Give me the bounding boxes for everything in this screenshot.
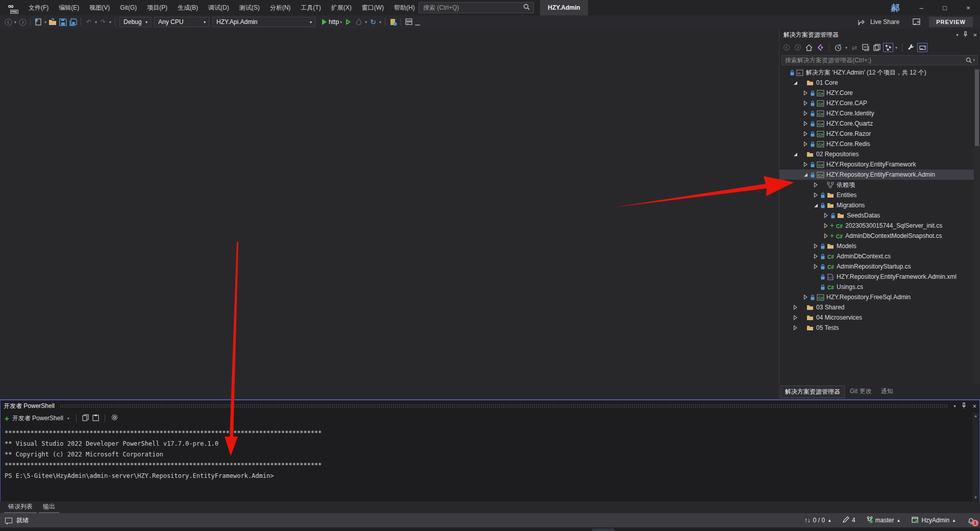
expander-closed-icon[interactable] bbox=[802, 139, 809, 149]
expander-open-icon[interactable] bbox=[792, 149, 799, 159]
platform-combo[interactable]: Any CPU▾ bbox=[154, 17, 209, 27]
expander-closed-icon[interactable] bbox=[812, 251, 819, 261]
feedback-bubble-icon[interactable] bbox=[5, 518, 12, 523]
expander-closed-icon[interactable] bbox=[802, 129, 809, 139]
preview-selected-items-icon[interactable] bbox=[917, 43, 927, 52]
explorer-tab[interactable]: Git 更改 bbox=[846, 385, 876, 397]
copy-icon[interactable] bbox=[82, 414, 89, 423]
terminal-settings-gear-icon[interactable] bbox=[111, 414, 118, 423]
expander-closed-icon[interactable] bbox=[812, 190, 819, 200]
bottom-tab[interactable]: 错误列表 bbox=[4, 501, 37, 513]
expander-closed-icon[interactable] bbox=[812, 241, 819, 251]
git-sync-status[interactable]: ↑↓ 0 / 0 ▲ bbox=[804, 517, 831, 524]
configuration-combo[interactable]: Debug▾ bbox=[119, 17, 151, 27]
solution-explorer-header[interactable]: 解决方案资源管理器 ▾ × bbox=[779, 29, 980, 41]
menu-item[interactable]: 工具(T) bbox=[296, 0, 326, 15]
tree-row[interactable]: 03 Shared bbox=[779, 302, 974, 312]
tree-row[interactable]: C#HZY.Repository.FreeSql.Admin bbox=[779, 292, 974, 302]
solution-search-box[interactable]: 搜索解决方案资源管理器(Ctrl+;) ▾ bbox=[781, 55, 978, 65]
tree-row[interactable]: Models bbox=[779, 241, 974, 251]
close-panel-icon[interactable]: × bbox=[973, 31, 977, 39]
maximize-button[interactable]: □ bbox=[933, 0, 957, 15]
menu-item[interactable]: 分析(N) bbox=[265, 0, 296, 15]
hot-reload-icon[interactable] bbox=[354, 17, 364, 27]
tree-row[interactable]: 02 Repositories bbox=[779, 149, 974, 159]
tree-row[interactable]: C#HZY.Core.Quartz bbox=[779, 118, 974, 129]
save-all-icon[interactable] bbox=[68, 17, 78, 27]
menu-item[interactable]: 编辑(E) bbox=[54, 0, 84, 15]
quick-search-box[interactable]: 搜索 (Ctrl+Q) bbox=[419, 2, 534, 13]
terminal-header[interactable]: 开发者 PowerShell ▾ × bbox=[1, 400, 979, 412]
expander-closed-icon[interactable] bbox=[812, 180, 819, 190]
attach-process-icon[interactable]: 6 bbox=[388, 17, 398, 27]
explorer-tab[interactable]: 通知 bbox=[877, 385, 897, 397]
file-nesting-dropdown[interactable]: ▾ bbox=[895, 45, 897, 50]
navigate-back-dropdown[interactable]: ▾ bbox=[14, 20, 16, 25]
tree-row[interactable]: C#HZY.Core.Identity bbox=[779, 108, 974, 118]
git-branch-status[interactable]: ↓ master ▲ bbox=[867, 516, 901, 525]
shell-selector-dropdown[interactable]: ▾ bbox=[67, 416, 69, 421]
tree-row[interactable]: 依赖项 bbox=[779, 180, 974, 190]
tree-row[interactable]: 05 Tests bbox=[779, 323, 974, 333]
home-icon[interactable] bbox=[804, 43, 814, 52]
sql-object-icon[interactable] bbox=[404, 17, 414, 27]
tree-row[interactable]: C#Usings.cs bbox=[779, 282, 974, 292]
user-avatar[interactable]: 郝 bbox=[888, 1, 902, 14]
feedback-icon[interactable] bbox=[913, 18, 921, 26]
menu-item[interactable]: 窗口(W) bbox=[357, 0, 389, 15]
save-icon[interactable] bbox=[58, 17, 68, 27]
menu-item[interactable]: 扩展(X) bbox=[326, 0, 357, 15]
tree-row[interactable]: C#AdminDbContext.cs bbox=[779, 251, 974, 261]
properties-wrench-icon[interactable] bbox=[906, 43, 916, 52]
explorer-scrollbar[interactable] bbox=[974, 67, 980, 384]
pin-icon[interactable] bbox=[963, 31, 968, 39]
git-repository-status[interactable]: ↓ HzyAdmin ▲ bbox=[912, 516, 956, 525]
run-button[interactable]: http ▾ bbox=[320, 18, 343, 26]
expander-closed-icon[interactable] bbox=[822, 210, 829, 221]
expander-closed-icon[interactable] bbox=[812, 261, 819, 272]
pending-edits-status[interactable]: 4 bbox=[843, 516, 855, 524]
solution-search-icon[interactable]: ▾ bbox=[966, 57, 977, 63]
pending-changes-filter-icon[interactable] bbox=[833, 43, 843, 52]
terminal-scrollbar[interactable]: ▲ ▼ bbox=[972, 413, 979, 501]
tree-row[interactable]: SeedsDatas bbox=[779, 210, 974, 221]
switch-views-icon[interactable] bbox=[815, 43, 825, 52]
tree-row[interactable]: </>HZY.Repository.EntityFramework.Admin.… bbox=[779, 272, 974, 282]
terminal-pin-icon[interactable] bbox=[962, 402, 966, 410]
tree-row[interactable]: C#HZY.Core.Redis bbox=[779, 139, 974, 149]
tree-row[interactable]: C#HZY.Core.CAP bbox=[779, 98, 974, 108]
show-all-files-icon[interactable] bbox=[872, 43, 882, 52]
menu-item[interactable]: 帮助(H) bbox=[389, 0, 420, 15]
expander-closed-icon[interactable] bbox=[792, 302, 799, 312]
notifications-bell[interactable]: 1 bbox=[967, 517, 975, 524]
expander-open-icon[interactable] bbox=[792, 78, 799, 88]
new-project-dropdown[interactable]: ▾ bbox=[44, 20, 46, 25]
tree-row[interactable]: +C#AdminDbContextModelSnapshot.cs bbox=[779, 231, 974, 241]
hot-reload-dropdown[interactable]: ▾ bbox=[365, 20, 367, 25]
menu-item[interactable]: 生成(B) bbox=[173, 0, 203, 15]
close-button[interactable]: × bbox=[957, 0, 980, 15]
expander-open-icon[interactable] bbox=[812, 200, 819, 210]
expander-closed-icon[interactable] bbox=[802, 98, 809, 108]
scroll-up-icon[interactable]: ▲ bbox=[974, 414, 978, 418]
expander-open-icon[interactable] bbox=[802, 170, 809, 180]
tree-row[interactable]: Entities bbox=[779, 190, 974, 200]
preview-button[interactable]: PREVIEW bbox=[929, 17, 973, 27]
run-dropdown[interactable]: ▾ bbox=[340, 20, 342, 25]
toolbar-overflow[interactable]: ▁ bbox=[415, 18, 420, 26]
tree-row[interactable]: C#HZY.Core.Razor bbox=[779, 129, 974, 139]
explorer-forward-icon[interactable] bbox=[793, 43, 803, 52]
file-nesting-icon[interactable] bbox=[883, 43, 893, 52]
start-without-debugging-icon[interactable] bbox=[346, 19, 351, 25]
expander-closed-icon[interactable] bbox=[802, 108, 809, 118]
startup-project-combo[interactable]: HZY.Api.Admin▾ bbox=[212, 17, 315, 27]
menu-item[interactable]: Git(G) bbox=[115, 0, 142, 15]
expander-closed-icon[interactable] bbox=[802, 292, 809, 302]
live-share-label[interactable]: Live Share bbox=[870, 18, 899, 26]
menu-item[interactable]: 文件(F) bbox=[23, 0, 54, 15]
menu-item[interactable]: 视图(V) bbox=[84, 0, 115, 15]
shell-selector[interactable]: 开发者 PowerShell bbox=[12, 414, 63, 423]
explorer-tab[interactable]: 解决方案资源管理器 bbox=[780, 385, 845, 398]
expander-closed-icon[interactable] bbox=[792, 323, 799, 333]
redo-dropdown[interactable]: ▾ bbox=[109, 20, 111, 25]
